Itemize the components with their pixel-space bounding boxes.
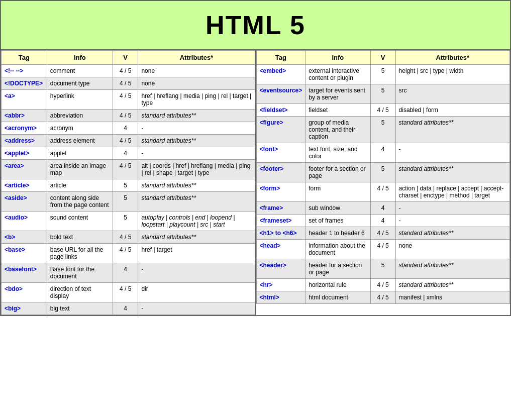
info-cell: content along side from the page content xyxy=(47,192,113,212)
attr-cell: - xyxy=(395,202,509,215)
tag-cell[interactable]: <a> xyxy=(2,90,47,110)
main-content: Tag Info V Attributes* <!-- -->comment4 … xyxy=(0,50,511,316)
tag-cell[interactable]: <audio> xyxy=(2,212,47,231)
attr-cell: href | target xyxy=(138,244,255,263)
info-cell: article xyxy=(47,179,113,192)
attr-cell: - xyxy=(138,263,255,283)
tag-cell[interactable]: <article> xyxy=(2,179,47,192)
tag-cell[interactable]: <embed> xyxy=(256,65,305,84)
tag-cell[interactable]: <!-- --> xyxy=(2,65,47,77)
attr-cell: - xyxy=(395,215,509,227)
version-cell: 4 / 5 xyxy=(370,182,395,202)
table-row: <address>address element4 / 5standard at… xyxy=(2,135,255,147)
table-row: <figure>group of media content, and thei… xyxy=(256,117,510,143)
info-cell: applet xyxy=(47,147,113,160)
info-cell: acronym xyxy=(47,122,113,135)
tag-cell[interactable]: <eventsource> xyxy=(256,84,305,104)
version-cell: 4 xyxy=(113,147,138,160)
attr-cell: autoplay | controls | end | loopend | lo… xyxy=(138,212,255,231)
info-cell: comment xyxy=(47,65,113,77)
table-row: <applet>applet4- xyxy=(2,147,255,160)
info-cell: big text xyxy=(47,302,113,315)
info-cell: external interactive content or plugin xyxy=(305,65,370,84)
page-header: HTML 5 xyxy=(0,0,511,50)
tag-cell[interactable]: <html> xyxy=(256,291,305,304)
tag-cell[interactable]: <header> xyxy=(256,259,305,279)
page-title: HTML 5 xyxy=(1,10,510,40)
tag-cell[interactable]: <form> xyxy=(256,182,305,202)
right-col-attr: Attributes* xyxy=(395,51,509,65)
attr-cell: none xyxy=(138,77,255,90)
tag-cell[interactable]: <area> xyxy=(2,160,47,179)
attr-cell: standard attributes** xyxy=(395,259,509,279)
info-cell: area inside an image map xyxy=(47,160,113,179)
table-row: <!DOCTYPE>document type4 / 5none xyxy=(2,77,255,90)
tag-cell[interactable]: <applet> xyxy=(2,147,47,160)
attr-cell: - xyxy=(138,302,255,315)
version-cell: 4 xyxy=(113,263,138,283)
tag-cell[interactable]: <address> xyxy=(2,135,47,147)
info-cell: html document xyxy=(305,291,370,304)
tag-cell[interactable]: <footer> xyxy=(256,163,305,182)
table-row: <a>hyperlink4 / 5href | hreflang | media… xyxy=(2,90,255,110)
tag-cell[interactable]: <b> xyxy=(2,231,47,244)
tag-cell[interactable]: <head> xyxy=(256,240,305,259)
table-row: <form>form4 / 5action | data | replace |… xyxy=(256,182,510,202)
attr-cell: - xyxy=(138,122,255,135)
table-row: <audio>sound content5autoplay | controls… xyxy=(2,212,255,231)
version-cell: 4 / 5 xyxy=(370,291,395,304)
attr-cell: none xyxy=(395,240,509,259)
tag-cell[interactable]: <aside> xyxy=(2,192,47,212)
version-cell: 5 xyxy=(113,192,138,212)
version-cell: 4 / 5 xyxy=(113,160,138,179)
table-row: <header>header for a section or page5sta… xyxy=(256,259,510,279)
info-cell: sub window xyxy=(305,202,370,215)
tag-cell[interactable]: <fieldset> xyxy=(256,104,305,117)
left-col-v: V xyxy=(113,51,138,65)
attr-cell: - xyxy=(395,143,509,163)
version-cell: 5 xyxy=(370,259,395,279)
right-col-v: V xyxy=(370,51,395,65)
version-cell: 4 / 5 xyxy=(113,90,138,110)
table-row: <frameset>set of frames4- xyxy=(256,215,510,227)
version-cell: 4 / 5 xyxy=(370,279,395,291)
table-row: <hr>horizontal rule4 / 5standard attribu… xyxy=(256,279,510,291)
version-cell: 4 / 5 xyxy=(113,244,138,263)
info-cell: group of media content, and their captio… xyxy=(305,117,370,143)
tag-cell[interactable]: <frameset> xyxy=(256,215,305,227)
table-row: <!-- -->comment4 / 5none xyxy=(2,65,255,77)
tag-cell[interactable]: <!DOCTYPE> xyxy=(2,77,47,90)
table-row: <base>base URL for all the page links4 /… xyxy=(2,244,255,263)
tag-cell[interactable]: <base> xyxy=(2,244,47,263)
version-cell: 4 / 5 xyxy=(113,110,138,122)
info-cell: horizontal rule xyxy=(305,279,370,291)
info-cell: abbreviation xyxy=(47,110,113,122)
tag-cell[interactable]: <font> xyxy=(256,143,305,163)
tag-cell[interactable]: <bdo> xyxy=(2,283,47,302)
tag-cell[interactable]: <frame> xyxy=(256,202,305,215)
tag-cell[interactable]: <big> xyxy=(2,302,47,315)
info-cell: document type xyxy=(47,77,113,90)
version-cell: 4 xyxy=(370,215,395,227)
version-cell: 4 / 5 xyxy=(113,65,138,77)
tag-cell[interactable]: <figure> xyxy=(256,117,305,143)
tag-cell[interactable]: <h1> to <h6> xyxy=(256,227,305,240)
right-table: Tag Info V Attributes* <embed>external i… xyxy=(256,50,510,304)
attr-cell: action | data | replace | accept | accep… xyxy=(395,182,509,202)
table-row: <acronym>acronym4- xyxy=(2,122,255,135)
table-row: <basefont>Base font for the document4- xyxy=(2,263,255,283)
version-cell: 5 xyxy=(370,65,395,84)
table-row: <big>big text4- xyxy=(2,302,255,315)
table-row: <footer>footer for a section or page5sta… xyxy=(256,163,510,182)
info-cell: target for events sent by a server xyxy=(305,84,370,104)
left-col-attr: Attributes* xyxy=(138,51,255,65)
tag-cell[interactable]: <acronym> xyxy=(2,122,47,135)
info-cell: header for a section or page xyxy=(305,259,370,279)
attr-cell: standard attributes** xyxy=(395,227,509,240)
tag-cell[interactable]: <hr> xyxy=(256,279,305,291)
tag-cell[interactable]: <basefont> xyxy=(2,263,47,283)
info-cell: sound content xyxy=(47,212,113,231)
tag-cell[interactable]: <abbr> xyxy=(2,110,47,122)
version-cell: 5 xyxy=(370,163,395,182)
info-cell: direction of text display xyxy=(47,283,113,302)
